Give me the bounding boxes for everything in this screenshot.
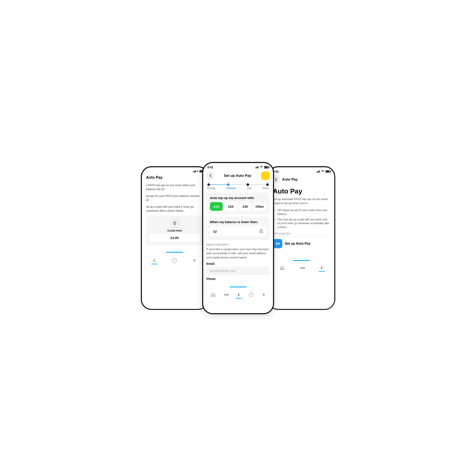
right-header: Auto Pay: [269, 174, 334, 185]
receipt-desc: If you'd like a receipt when your Auto P…: [207, 247, 270, 260]
middle-body: Auto top-up my account with: £10 £20 £30…: [203, 190, 273, 286]
step-line-1: [210, 184, 227, 185]
amount-options: £10 £20 £30 Other: [210, 202, 266, 211]
middle-nav-help[interactable]: ?: [249, 292, 254, 297]
left-content: Auto Pay c PAYG top-ups so you never whe…: [142, 174, 207, 248]
step-label-done: Done: [263, 187, 269, 190]
right-status-bar: 9:41: [269, 167, 334, 174]
right-nav-usage[interactable]: [300, 266, 305, 269]
nav-item-menu[interactable]: ≡: [193, 258, 196, 263]
step-label-energy: Energy: [207, 187, 216, 190]
topup-card: Auto top-up my account with: £10 £20 £30…: [207, 193, 270, 214]
lock-icon: [259, 229, 263, 234]
middle-header-title: Set up Auto Pay: [224, 174, 252, 178]
email-label: Email: [207, 262, 270, 265]
setup-autopay-button[interactable]: Set up Auto Pay: [273, 239, 330, 248]
svg-point-7: [300, 267, 301, 268]
right-home-indicator: [293, 260, 310, 261]
topup-card-title: Auto top-up my account with:: [210, 196, 266, 200]
get-started-label: GET STARTED: [273, 232, 330, 235]
wifi-icon: ▾: [197, 170, 198, 173]
right-signal-icon: [317, 170, 320, 172]
check-list-item-2: ✓ Your auto top-up is paid with your ban…: [273, 218, 330, 229]
balance-input: £2: [210, 226, 266, 237]
check-list-item-1: ✓ Set repeat top-ups for your meter when…: [273, 208, 330, 216]
left-body-text-3: op-up is paid with your bank ll never go…: [146, 205, 203, 213]
middle-nav-usage[interactable]: [224, 293, 229, 296]
left-body-text-2: op-ups for your PAYG your balance reache…: [146, 194, 203, 202]
step-line-3: [249, 184, 266, 185]
left-body-text-1: c PAYG top-ups so you never when your ba…: [146, 183, 203, 191]
left-phone: ▾ Auto Pay c PAYG top-ups so you never w…: [141, 166, 208, 310]
trash-icon[interactable]: [170, 219, 179, 227]
right-nav-bar: £: [269, 264, 334, 273]
receipt-section: NEED A RECEIPT? If you'd like a receipt …: [207, 242, 270, 284]
left-page-title: Auto Pay: [142, 174, 207, 181]
nav-item-pound[interactable]: £: [153, 258, 155, 263]
svg-point-3: [226, 294, 227, 295]
signal-icon: [255, 166, 258, 168]
check-list: ✓ Set repeat top-ups for your meter when…: [273, 208, 330, 229]
right-phone: 9:41 Auto Pay Auto Pay Set up automatic …: [268, 166, 335, 310]
credit-card: Credit limit £2.00: [146, 216, 203, 245]
credit-limit-value: £2.00: [150, 234, 200, 242]
step-dot-energy: [207, 183, 210, 186]
svg-point-1: [261, 231, 261, 232]
amount-btn-other[interactable]: Other: [253, 202, 266, 211]
left-body: c PAYG top-ups so you never when your ba…: [142, 181, 207, 248]
home-indicator: [166, 252, 183, 253]
credit-limit-label: Credit limit: [168, 229, 182, 232]
svg-point-9: [304, 267, 305, 268]
setup-btn-label: Set up Auto Pay: [285, 242, 311, 245]
middle-nav-pay[interactable]: £: [238, 293, 240, 297]
lightning-icon: ⚡: [263, 173, 268, 178]
middle-header: Set up Auto Pay ⚡: [203, 170, 273, 182]
step-dot-pay: [247, 183, 249, 186]
middle-phone: 9:41 Set up Auto Pay ⚡: [202, 162, 274, 314]
infinity-icon: [273, 239, 282, 248]
balance-card: When my balance is lower than: £2: [207, 217, 270, 240]
middle-nav-home[interactable]: [211, 293, 215, 297]
nav-bar: £ ? ≡: [142, 256, 207, 266]
amount-btn-30[interactable]: £30: [239, 202, 252, 211]
right-wifi-icon: [321, 170, 324, 173]
divider: [273, 237, 330, 237]
middle-status-bar: 9:41: [203, 163, 273, 170]
step-line-2: [229, 184, 247, 185]
battery-icon: [264, 166, 269, 169]
amount-btn-20[interactable]: £20: [224, 202, 237, 211]
balance-card-title: When my balance is lower than:: [210, 220, 266, 224]
step-label-amount: Amount: [226, 187, 236, 190]
amount-btn-10[interactable]: £10: [210, 202, 223, 211]
right-nav-pay[interactable]: £: [321, 266, 323, 270]
middle-home-indicator: [230, 287, 247, 287]
step-label-pay: Pay: [247, 187, 252, 190]
nav-item-help[interactable]: ?: [172, 258, 177, 263]
balance-amount: £2: [213, 230, 217, 233]
right-header-title: Auto Pay: [282, 177, 298, 182]
svg-point-8: [302, 267, 303, 268]
step-dot-done: [266, 183, 269, 186]
middle-nav-menu[interactable]: ≡: [263, 292, 265, 297]
phone-label: Phone: [207, 277, 270, 281]
middle-status-time: 9:41: [207, 166, 213, 169]
right-battery-icon: [325, 170, 330, 173]
right-nav-home[interactable]: [280, 266, 284, 270]
lightning-button[interactable]: ⚡: [261, 171, 270, 180]
receipt-label: NEED A RECEIPT?: [207, 243, 270, 246]
back-button[interactable]: [207, 172, 214, 180]
svg-point-2: [224, 294, 225, 295]
right-body: Auto Pay Set up automatic PAYG top-ups s…: [269, 185, 334, 251]
step-dot-amount: [227, 183, 229, 186]
middle-nav-bar: £ ? ≡: [203, 290, 273, 301]
autopay-desc: Set up automatic PAYG top-ups so you nev…: [273, 197, 330, 205]
autopay-title: Auto Pay: [273, 187, 330, 195]
svg-point-4: [228, 294, 229, 295]
email-input[interactable]: sam@example.com: [207, 267, 270, 275]
wifi-icon: [260, 166, 263, 169]
progress-steps: Energy Amount Pay Done: [203, 182, 273, 190]
